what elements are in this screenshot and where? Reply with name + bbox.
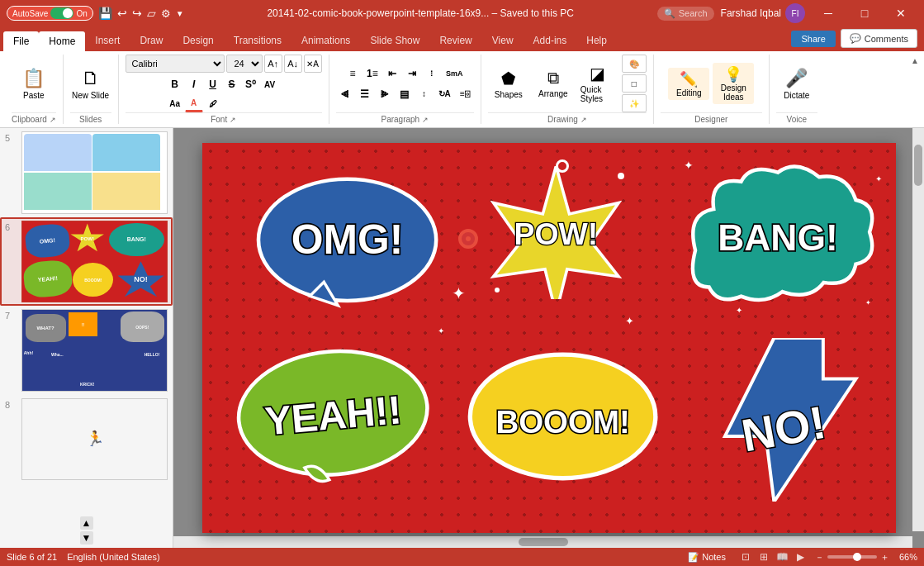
- dictate-button[interactable]: 🎤 Dictate: [776, 60, 817, 107]
- present-icon[interactable]: ▱: [147, 7, 156, 20]
- shape-fill-button[interactable]: 🎨: [622, 55, 647, 73]
- underline-button[interactable]: U: [204, 75, 222, 93]
- autosave-toggle[interactable]: [50, 7, 73, 19]
- scroll-down-button[interactable]: ▼: [80, 531, 93, 545]
- slide-sorter-button[interactable]: ⊞: [756, 550, 772, 564]
- line-spacing-button[interactable]: ↕: [415, 85, 434, 103]
- restore-button[interactable]: □: [848, 0, 881, 26]
- zoom-out-button[interactable]: －: [815, 551, 824, 564]
- quick-styles-button[interactable]: ◪ Quick Styles: [577, 60, 618, 107]
- customize-icon[interactable]: ⚙: [161, 7, 171, 20]
- omg-element[interactable]: OMG!: [250, 174, 444, 315]
- undo-icon[interactable]: ↩: [117, 7, 127, 20]
- slide-preview-6[interactable]: OMG! POW! BANG! YEAH!! BOOOM! NO!: [21, 221, 168, 303]
- italic-button[interactable]: I: [185, 75, 203, 93]
- shape-effects-button[interactable]: ✨: [622, 94, 647, 112]
- shapes-button[interactable]: ⬟ Shapes: [488, 60, 529, 107]
- comments-button[interactable]: 💬 Comments: [841, 29, 917, 48]
- no-element[interactable]: NO!: [680, 338, 868, 502]
- autosave-badge[interactable]: AutoSave On: [7, 6, 93, 21]
- dropdown-icon[interactable]: ▼: [176, 9, 184, 18]
- quick-styles-icon: ◪: [590, 64, 605, 83]
- font-name-select[interactable]: Calibri: [126, 55, 225, 73]
- canvas-vscroll[interactable]: [912, 128, 924, 531]
- column-button[interactable]: ⫶: [423, 64, 441, 83]
- tab-addins[interactable]: Add-ins: [524, 30, 577, 51]
- tab-view[interactable]: View: [482, 30, 524, 51]
- ribbon-collapse[interactable]: ▲: [911, 55, 919, 124]
- shape-outline-button[interactable]: □: [622, 74, 647, 93]
- case-button[interactable]: Aa: [166, 94, 184, 112]
- zoom-thumb[interactable]: [853, 553, 861, 561]
- tab-animations[interactable]: Animations: [291, 30, 360, 51]
- tab-draw[interactable]: Draw: [130, 30, 173, 51]
- slide-thumb-6[interactable]: 6 OMG! POW! BANG! YEAH!! BOOOM! NO!: [0, 217, 173, 307]
- editing-button[interactable]: ✏️ Editing: [668, 68, 709, 100]
- tab-review[interactable]: Review: [429, 30, 481, 51]
- align-text-button[interactable]: ≡⌻: [456, 85, 474, 103]
- status-bar: Slide 6 of 21 English (United States) 📝 …: [0, 548, 924, 566]
- slide-preview-7[interactable]: WHAT? !! OOPS! Ahh! Wha... HELLO! KRICK!: [21, 309, 168, 392]
- presenter-view-button[interactable]: ▶: [792, 550, 808, 564]
- zoom-in-button[interactable]: ＋: [880, 551, 889, 564]
- search-bar[interactable]: 🔍 Search: [657, 7, 714, 21]
- shadow-button[interactable]: S⁰: [242, 75, 260, 93]
- align-left-button[interactable]: ⫷: [336, 85, 354, 103]
- slide-preview-8[interactable]: 🏃: [21, 398, 168, 481]
- zoom-bar: － ＋ 66%: [815, 551, 917, 564]
- decrease-indent-button[interactable]: ⇤: [383, 64, 401, 83]
- tab-transitions[interactable]: Transitions: [224, 30, 291, 51]
- tab-help[interactable]: Help: [576, 30, 617, 51]
- arrange-button[interactable]: ⧉ Arrange: [533, 60, 574, 107]
- font-size-select[interactable]: 24: [226, 55, 263, 73]
- bold-button[interactable]: B: [166, 75, 184, 93]
- clear-format-button[interactable]: ✕A: [304, 55, 322, 73]
- slide-thumb-7[interactable]: 7 WHAT? !! OOPS! Ahh! Wha... HELLO! KRIC…: [0, 306, 173, 395]
- bang-element[interactable]: BANG! ✦ ✦ ✦ ✦: [674, 159, 882, 315]
- notes-button[interactable]: 📝 Notes: [683, 551, 731, 564]
- zoom-slider[interactable]: [827, 555, 877, 559]
- tab-insert[interactable]: Insert: [85, 30, 130, 51]
- numbered-list-button[interactable]: 1≡: [363, 64, 381, 83]
- scroll-up-button[interactable]: ▲: [80, 516, 93, 530]
- increase-indent-button[interactable]: ⇥: [403, 64, 421, 83]
- new-slide-button[interactable]: 🗋 New Slide: [70, 60, 111, 107]
- tab-slideshow[interactable]: Slide Show: [360, 30, 429, 51]
- slide-preview-5[interactable]: [21, 131, 168, 214]
- bullets-button[interactable]: ≡: [344, 64, 362, 83]
- text-direction-button[interactable]: ↻A: [435, 85, 454, 103]
- paste-button[interactable]: 📋 Paste: [13, 60, 54, 107]
- tab-file[interactable]: File: [3, 31, 39, 51]
- align-right-button[interactable]: ⫸: [376, 85, 394, 103]
- redo-icon[interactable]: ↪: [132, 7, 142, 20]
- font-decrease-button[interactable]: A↓: [284, 55, 302, 73]
- tab-home[interactable]: Home: [39, 31, 85, 51]
- reading-view-button[interactable]: 📖: [774, 550, 790, 564]
- share-button[interactable]: Share: [791, 31, 835, 47]
- pow-element[interactable]: POW!: [480, 166, 633, 298]
- strikethrough-button[interactable]: S: [223, 75, 241, 93]
- hscroll-thumb[interactable]: [519, 538, 568, 546]
- minimize-button[interactable]: ─: [812, 0, 845, 26]
- slide-thumb-5[interactable]: 5: [0, 128, 173, 217]
- highlight-button[interactable]: 🖊: [204, 94, 222, 112]
- align-center-button[interactable]: ☰: [356, 85, 374, 103]
- slide-thumb-8[interactable]: 8 🏃: [0, 395, 173, 484]
- booom-element[interactable]: BOOOM!: [466, 338, 660, 494]
- yeah-element[interactable]: YEAH!!: [230, 342, 438, 498]
- smart-art-convert-button[interactable]: SmA: [443, 64, 467, 83]
- collapse-icon[interactable]: ▲: [911, 56, 919, 65]
- char-spacing-button[interactable]: AV: [261, 75, 279, 93]
- tab-design[interactable]: Design: [173, 30, 223, 51]
- close-button[interactable]: ✕: [884, 0, 917, 26]
- canvas-hscroll[interactable]: [173, 536, 912, 548]
- font-color-button[interactable]: A: [185, 94, 203, 112]
- justify-button[interactable]: ▤: [396, 85, 414, 103]
- font-increase-button[interactable]: A↑: [264, 55, 282, 73]
- slide-canvas[interactable]: OMG! POW!: [202, 143, 896, 533]
- status-left: Slide 6 of 21 English (United States): [7, 552, 160, 562]
- normal-view-button[interactable]: ⊡: [737, 550, 754, 564]
- vscroll-thumb[interactable]: [914, 145, 922, 186]
- design-ideas-button[interactable]: 💡 DesignIdeas: [713, 63, 754, 104]
- save-icon[interactable]: 💾: [98, 7, 112, 20]
